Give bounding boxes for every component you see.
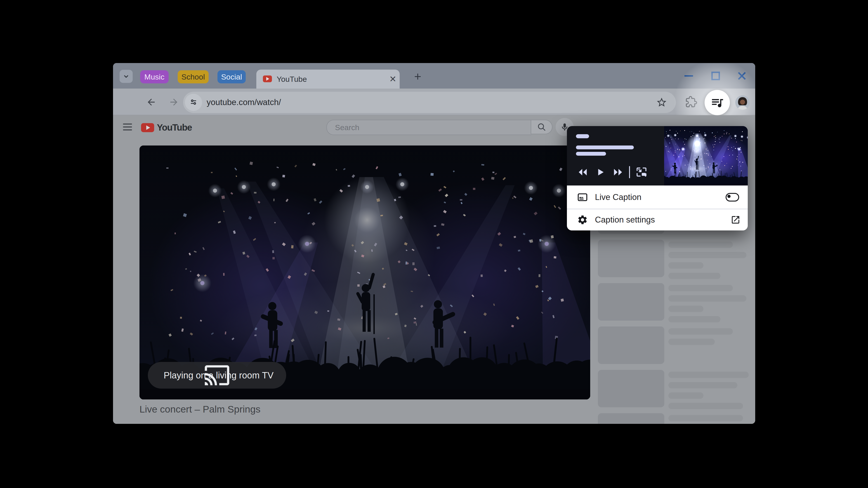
skeleton-text-line (669, 241, 733, 248)
next-track-button[interactable] (612, 166, 624, 178)
cast-icon (148, 362, 286, 389)
skeleton-thumbnail (598, 413, 664, 424)
skeleton-thumbnail (598, 283, 664, 321)
tab-strip: MusicSchoolSocial YouTube ✕ + (113, 63, 755, 89)
youtube-logo[interactable]: YouTube (141, 123, 192, 133)
skeleton-text-line (669, 382, 737, 388)
url-text: youtube.com/watch/ (207, 92, 281, 113)
picture-in-picture-icon (636, 166, 647, 178)
live-caption-toggle[interactable] (725, 193, 739, 201)
youtube-wordmark: YouTube (157, 123, 192, 133)
gear-icon (577, 215, 588, 225)
menu-button[interactable] (123, 122, 133, 132)
skeleton-text-line (669, 392, 704, 399)
media-controls-button[interactable] (705, 90, 730, 115)
back-arrow-icon (146, 97, 156, 107)
suggested-video-skeleton (598, 326, 753, 364)
suggested-video-skeleton (598, 413, 753, 424)
caption-settings-row[interactable]: Caption settings (567, 209, 748, 230)
rewind-icon (577, 166, 588, 178)
now-playing-card (567, 126, 748, 186)
caption-settings-label: Caption settings (595, 209, 655, 230)
skeleton-text-line (669, 252, 746, 258)
forward-arrow-icon (168, 97, 179, 107)
play-button[interactable] (594, 166, 607, 178)
puzzle-icon (685, 96, 697, 108)
search-button[interactable] (531, 120, 553, 134)
cast-status-pill: Playing on a living room TV (148, 362, 286, 389)
track-text-skeleton-pill (576, 145, 634, 149)
tab-title: YouTube (277, 70, 307, 89)
video-player[interactable]: Playing on a living room TV (140, 145, 590, 399)
chevron-down-icon (122, 72, 130, 80)
suggested-video-skeleton (598, 283, 753, 321)
forward-button[interactable] (168, 97, 179, 107)
avatar-image (735, 95, 750, 110)
tab-group-chip-social[interactable]: Social (217, 70, 246, 84)
track-text-skeleton-pill (576, 152, 606, 156)
skeleton-text-line (669, 316, 720, 322)
live-caption-label: Live Caption (595, 186, 642, 209)
track-text-skeleton-pill (576, 134, 589, 138)
extensions-button[interactable] (685, 96, 697, 108)
search-icon (537, 122, 547, 132)
tab-group-chip-music[interactable]: Music (140, 70, 168, 84)
fast-forward-icon (612, 166, 624, 178)
skeleton-text-line (669, 306, 704, 312)
skeleton-text-line (669, 372, 749, 378)
tab-group-chip-school[interactable]: School (178, 70, 209, 84)
skeleton-text-line (669, 339, 715, 345)
skeleton-text-line (669, 273, 720, 279)
skeleton-thumbnail (598, 370, 664, 408)
skeleton-text-line (669, 415, 743, 421)
back-button[interactable] (146, 97, 156, 107)
maximize-button[interactable] (707, 63, 725, 89)
minimize-button[interactable] (680, 63, 698, 89)
skeleton-thumbnail (598, 326, 664, 364)
tab-close-button[interactable]: ✕ (389, 75, 397, 83)
site-settings-button[interactable] (185, 94, 202, 111)
close-window-button[interactable] (733, 63, 751, 89)
open-in-new-icon (731, 215, 741, 225)
new-tab-button[interactable]: + (412, 71, 424, 83)
active-tab[interactable]: YouTube ✕ (256, 70, 400, 89)
skeleton-text-line (669, 295, 746, 302)
suggested-video-skeleton (598, 240, 753, 277)
picture-in-picture-button[interactable] (636, 166, 648, 178)
queue-music-icon (710, 96, 724, 109)
profile-avatar[interactable] (735, 95, 750, 110)
toggle-knob (727, 195, 731, 198)
maximize-icon (711, 71, 720, 80)
search-input[interactable] (335, 123, 516, 132)
live-caption-row[interactable]: Live Caption (567, 186, 748, 209)
previous-track-button[interactable] (577, 166, 589, 178)
tab-search-button[interactable] (120, 70, 133, 83)
controls-divider (629, 166, 630, 178)
tune-icon (188, 97, 198, 107)
suggested-video-skeleton (598, 370, 753, 408)
bookmark-button[interactable] (656, 97, 667, 108)
youtube-favicon-icon (263, 75, 272, 82)
player-dim-overlay (140, 145, 590, 399)
skeleton-text-line (669, 403, 743, 409)
youtube-logo-icon (141, 123, 154, 132)
star-icon (656, 97, 667, 108)
close-icon (737, 71, 746, 80)
skeleton-text-line (669, 285, 733, 291)
live-caption-icon (577, 192, 588, 203)
now-playing-thumbnail (664, 126, 748, 186)
skeleton-thumbnail (598, 240, 664, 277)
browser-window: MusicSchoolSocial YouTube ✕ + (113, 63, 755, 424)
url-bar[interactable]: youtube.com/watch/ (183, 92, 676, 113)
search-box (327, 120, 531, 135)
skeleton-text-line (669, 328, 733, 335)
play-icon (595, 167, 606, 177)
minimize-icon (684, 71, 693, 80)
media-controls-popup: Live Caption Caption settings (567, 126, 748, 230)
video-title: Live concert – Palm Springs (140, 404, 260, 415)
desktop-background: MusicSchoolSocial YouTube ✕ + (0, 0, 868, 488)
skeleton-text-line (669, 262, 704, 269)
